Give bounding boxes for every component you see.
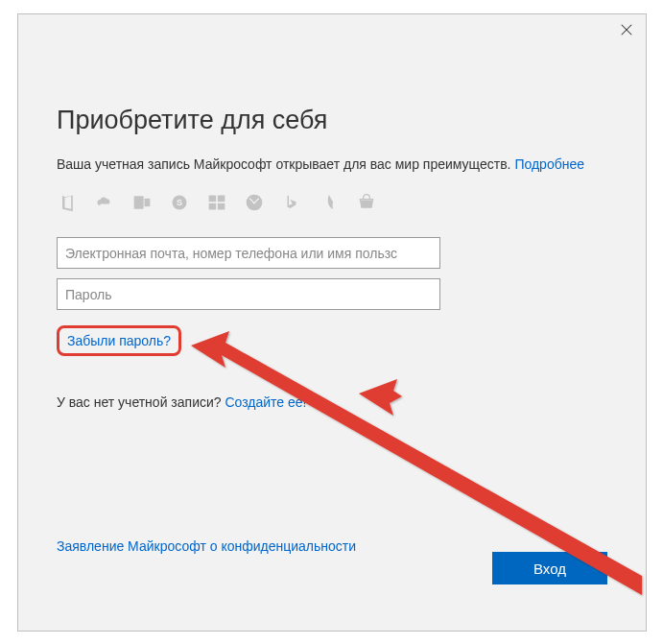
dialog-content: Приобретите для себя Ваша учетная запись… bbox=[18, 14, 646, 410]
svg-rect-2 bbox=[134, 196, 144, 208]
xbox-icon bbox=[244, 192, 265, 213]
password-field[interactable] bbox=[57, 278, 440, 310]
svg-rect-3 bbox=[145, 199, 151, 206]
skype-icon: S bbox=[169, 192, 190, 213]
windows-icon bbox=[206, 192, 227, 213]
close-icon[interactable] bbox=[617, 22, 636, 41]
services-icon-row: S bbox=[57, 191, 607, 214]
learn-more-link[interactable]: Подробнее bbox=[514, 156, 584, 172]
svg-rect-9 bbox=[218, 203, 225, 210]
forgot-password-link[interactable]: Забыли пароль? bbox=[67, 333, 171, 348]
onedrive-icon bbox=[94, 192, 115, 213]
msn-icon bbox=[319, 192, 340, 213]
svg-rect-8 bbox=[209, 203, 217, 210]
bing-icon bbox=[281, 192, 302, 213]
subtitle-text: Ваша учетная запись Майкрософт открывает… bbox=[57, 156, 514, 172]
svg-rect-6 bbox=[209, 196, 217, 203]
privacy-link[interactable]: Заявление Майкрософт о конфиденциальност… bbox=[57, 538, 356, 554]
email-field[interactable] bbox=[57, 237, 440, 269]
store-icon bbox=[356, 192, 377, 213]
svg-rect-7 bbox=[218, 196, 225, 203]
forgot-password-highlight: Забыли пароль? bbox=[57, 325, 181, 356]
outlook-icon bbox=[131, 192, 153, 213]
no-account-text: У вас нет учетной записи? bbox=[57, 394, 225, 410]
create-account-link[interactable]: Создайте ее! bbox=[225, 394, 306, 410]
page-title: Приобретите для себя bbox=[57, 106, 607, 135]
office-icon bbox=[57, 192, 78, 213]
subtitle: Ваша учетная запись Майкрософт открывает… bbox=[57, 156, 607, 172]
svg-rect-11 bbox=[361, 201, 372, 208]
no-account-row: У вас нет учетной записи? Создайте ее! bbox=[57, 394, 607, 410]
signin-dialog: Приобретите для себя Ваша учетная запись… bbox=[17, 13, 647, 632]
signin-button[interactable]: Вход bbox=[492, 552, 607, 584]
svg-text:S: S bbox=[177, 198, 182, 207]
